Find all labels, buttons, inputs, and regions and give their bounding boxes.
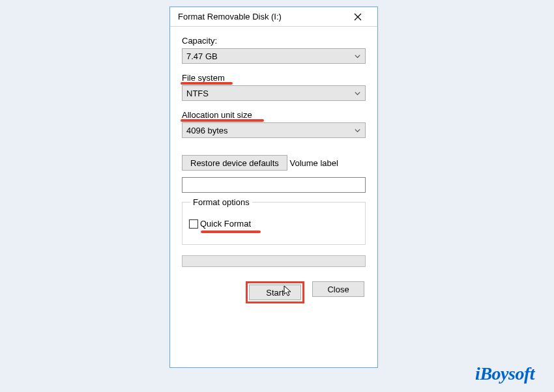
capacity-select[interactable]: 7.47 GB [182, 48, 366, 64]
allocation-value: 4096 bytes [186, 126, 354, 135]
format-options-fieldset: Format options Quick Format [182, 202, 366, 245]
dialog-footer: Start Close [182, 281, 366, 303]
progress-bar [182, 255, 366, 267]
chevron-down-icon [354, 90, 361, 97]
quick-format-row: Quick Format [189, 219, 358, 229]
chevron-down-icon [354, 53, 361, 60]
filesystem-label: File system [182, 73, 225, 83]
start-button[interactable]: Start [249, 285, 301, 300]
capacity-label: Capacity: [182, 36, 217, 46]
annotation-highlight: Start [246, 281, 304, 303]
allocation-select[interactable]: 4096 bytes [182, 122, 366, 138]
titlebar: Format Removable Disk (I:) [170, 7, 377, 27]
volume-label-input[interactable] [182, 177, 366, 193]
format-options-legend: Format options [190, 197, 252, 207]
restore-defaults-button[interactable]: Restore device defaults [182, 155, 287, 171]
format-dialog: Format Removable Disk (I:) Capacity: 7.4… [169, 7, 378, 368]
capacity-value: 7.47 GB [186, 51, 354, 61]
dialog-body: Capacity: 7.47 GB File system NTFS Alloc… [170, 27, 377, 311]
filesystem-value: NTFS [186, 89, 354, 98]
annotation-underline [201, 231, 261, 233]
allocation-label: Allocation unit size [182, 110, 252, 120]
close-icon[interactable] [343, 8, 372, 26]
dialog-title: Format Removable Disk (I:) [178, 12, 343, 21]
filesystem-select[interactable]: NTFS [182, 85, 366, 101]
chevron-down-icon [354, 127, 361, 134]
quick-format-checkbox[interactable] [189, 219, 198, 229]
volume-label-label: Volume label [289, 158, 338, 168]
quick-format-label: Quick Format [200, 219, 251, 229]
close-button[interactable]: Close [312, 281, 364, 297]
watermark-logo: iBoysoft [475, 363, 534, 384]
